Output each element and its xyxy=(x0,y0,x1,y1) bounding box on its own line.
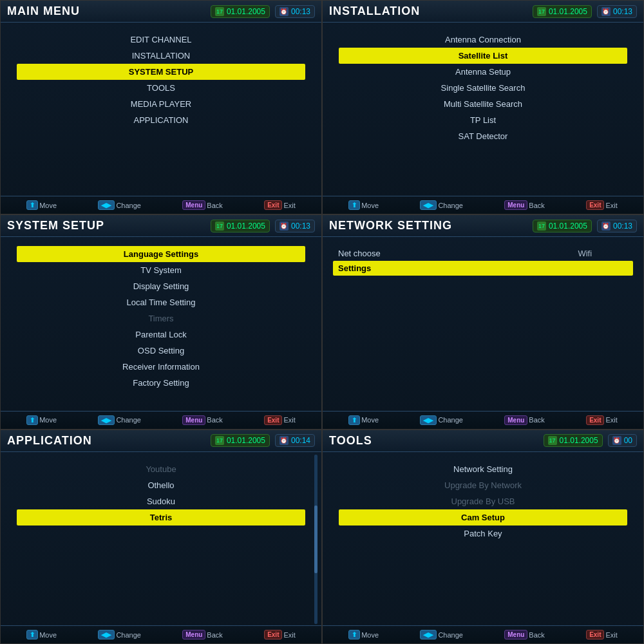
footer-change-inst: ◀▶ Change xyxy=(420,200,463,210)
tools-header-right: 17 01.01.2005 ⏰ 00 xyxy=(544,434,637,447)
main-menu-time-badge: ⏰ 00:13 xyxy=(275,5,315,18)
app-item-sudoku[interactable]: Sudoku xyxy=(1,493,321,509)
menu-item-media-player[interactable]: MEDIA PLAYER xyxy=(1,96,321,112)
installation-content: Antenna Connection Satellite List Antenn… xyxy=(323,23,643,196)
system-setup-time-badge: ⏰ 00:13 xyxy=(275,220,315,232)
app-scrollbar-thumb xyxy=(314,506,317,573)
tools-item-cam-setup[interactable]: Cam Setup xyxy=(339,509,627,526)
application-content: Youtube Othello Sudoku Tetris xyxy=(1,452,321,625)
calendar-icon: 17 xyxy=(215,7,224,16)
sys-item-osd[interactable]: OSD Setting xyxy=(1,343,321,359)
panel-installation: INSTALLATION 17 01.01.2005 ⏰ 00:13 Anten… xyxy=(322,0,644,214)
back-label-inst: Back xyxy=(529,202,544,209)
exit-label-sys: Exit xyxy=(283,416,295,424)
sys-item-receiver-info[interactable]: Receiver Information xyxy=(1,359,321,375)
move-label-net: Move xyxy=(361,416,379,424)
back-label: Back xyxy=(207,202,222,209)
main-menu-footer: ⬆ Move ◀▶ Change Menu Back Exit Exit xyxy=(1,196,321,214)
network-date: 01.01.2005 xyxy=(549,222,587,231)
move-icon-app: ⬆ xyxy=(26,630,38,639)
installation-title: INSTALLATION xyxy=(329,5,420,18)
sys-item-parental-lock[interactable]: Parental Lock xyxy=(1,327,321,343)
main-menu-time: 00:13 xyxy=(291,7,310,16)
system-setup-footer: ⬆ Move ◀▶ Change Menu Back Exit Exit xyxy=(1,411,321,429)
tools-content: Network Setting Upgrade By Network Upgra… xyxy=(323,452,643,625)
menu-item-system-setup[interactable]: SYSTEM SETUP xyxy=(17,64,305,80)
footer-back-sys: Menu Back xyxy=(182,415,223,425)
app-item-tetris[interactable]: Tetris xyxy=(17,509,305,526)
net-choose-label: Net choose xyxy=(338,249,381,258)
clock-icon: ⏰ xyxy=(279,7,289,16)
exit-label-app: Exit xyxy=(283,631,295,639)
footer-back-tools: Menu Back xyxy=(504,630,545,639)
move-icon-sys: ⬆ xyxy=(26,415,38,425)
inst-item-antenna-setup[interactable]: Antenna Setup xyxy=(323,64,643,80)
footer-back-inst: Menu Back xyxy=(504,200,545,210)
sys-item-language[interactable]: Language Settings xyxy=(17,246,305,262)
inst-item-tp-list[interactable]: TP List xyxy=(323,112,643,128)
change-icon-sys: ◀▶ xyxy=(98,415,115,425)
back-label-tools: Back xyxy=(529,631,544,639)
change-icon-tools: ◀▶ xyxy=(420,630,437,639)
application-time: 00:14 xyxy=(291,436,310,445)
system-setup-header-right: 17 01.01.2005 ⏰ 00:13 xyxy=(211,220,315,232)
network-header: Network Setting 17 01.01.2005 ⏰ 00:13 xyxy=(323,215,643,237)
footer-back: Menu Back xyxy=(182,200,223,210)
system-setup-content: Language Settings TV System Display Sett… xyxy=(1,237,321,410)
sys-item-timers[interactable]: Timers xyxy=(1,310,321,327)
calendar-icon-5: 17 xyxy=(215,436,224,445)
move-icon-tools: ⬆ xyxy=(348,630,360,639)
net-row-settings[interactable]: Settings xyxy=(333,261,633,276)
app-scrollbar[interactable] xyxy=(314,455,317,624)
tools-item-upgrade-usb[interactable]: Upgrade By USB xyxy=(323,493,643,509)
exit-icon-inst: Exit xyxy=(586,200,604,210)
menu-item-edit-channel[interactable]: EDIT CHANNEL xyxy=(1,32,321,48)
exit-icon: Exit xyxy=(264,200,282,210)
clock-icon-6: ⏰ xyxy=(612,436,621,445)
tools-header: TOOLS 17 01.01.2005 ⏰ 00 xyxy=(323,430,643,452)
installation-header-right: 17 01.01.2005 ⏰ 00:13 xyxy=(533,5,637,18)
clock-icon-3: ⏰ xyxy=(279,222,289,231)
exit-label-inst: Exit xyxy=(605,202,617,209)
footer-move-inst: ⬆ Move xyxy=(348,200,379,210)
move-label: Move xyxy=(39,202,57,209)
sys-item-display[interactable]: Display Setting xyxy=(1,278,321,294)
tools-item-upgrade-network[interactable]: Upgrade By Network xyxy=(323,477,643,493)
panel-application: APPLICATION 17 01.01.2005 ⏰ 00:14 Youtub… xyxy=(0,430,322,644)
move-icon-inst: ⬆ xyxy=(348,200,360,210)
footer-change-sys: ◀▶ Change xyxy=(98,415,141,425)
inst-item-single-satellite[interactable]: Single Satellite Search xyxy=(323,80,643,96)
app-item-othello[interactable]: Othello xyxy=(1,477,321,493)
tools-time-badge: ⏰ 00 xyxy=(608,434,637,447)
app-item-youtube[interactable]: Youtube xyxy=(1,461,321,477)
change-label-inst: Change xyxy=(438,202,463,209)
sys-item-local-time[interactable]: Local Time Setting xyxy=(1,294,321,310)
menu-item-installation[interactable]: INSTALLATION xyxy=(1,48,321,64)
inst-item-antenna-connection[interactable]: Antenna Connection xyxy=(323,32,643,48)
main-menu-date: 01.01.2005 xyxy=(227,7,265,16)
footer-back-app: Menu Back xyxy=(182,630,223,639)
menu-item-tools[interactable]: TOOLS xyxy=(1,80,321,96)
main-menu-header-right: 17 01.01.2005 ⏰ 00:13 xyxy=(211,5,315,18)
tools-footer: ⬆ Move ◀▶ Change Menu Back Exit Exit xyxy=(323,625,643,643)
exit-label-tools: Exit xyxy=(605,631,617,639)
net-row-choose[interactable]: Net choose Wifi xyxy=(333,246,597,261)
menu-icon-inst: Menu xyxy=(504,200,527,210)
footer-exit: Exit Exit xyxy=(264,200,296,210)
tools-item-patch-key[interactable]: Patch Key xyxy=(323,526,643,542)
application-time-badge: ⏰ 00:14 xyxy=(275,434,315,447)
back-label-net: Back xyxy=(529,416,544,424)
tools-item-network-setting[interactable]: Network Setting xyxy=(323,461,643,477)
clock-icon-2: ⏰ xyxy=(601,7,611,16)
inst-item-sat-detector[interactable]: SAT Detector xyxy=(323,128,643,144)
menu-item-application[interactable]: APPLICATION xyxy=(1,112,321,128)
inst-item-multi-satellite[interactable]: Multi Satellite Search xyxy=(323,96,643,112)
sys-item-tv-system[interactable]: TV System xyxy=(1,262,321,278)
sys-item-factory[interactable]: Factory Setting xyxy=(1,375,321,391)
footer-change-net: ◀▶ Change xyxy=(420,415,463,425)
main-menu-date-badge: 17 01.01.2005 xyxy=(211,5,270,18)
inst-item-satellite-list[interactable]: Satellite List xyxy=(339,48,627,64)
change-label: Change xyxy=(116,202,141,209)
move-label-sys: Move xyxy=(39,416,57,424)
calendar-icon-6: 17 xyxy=(548,436,557,445)
